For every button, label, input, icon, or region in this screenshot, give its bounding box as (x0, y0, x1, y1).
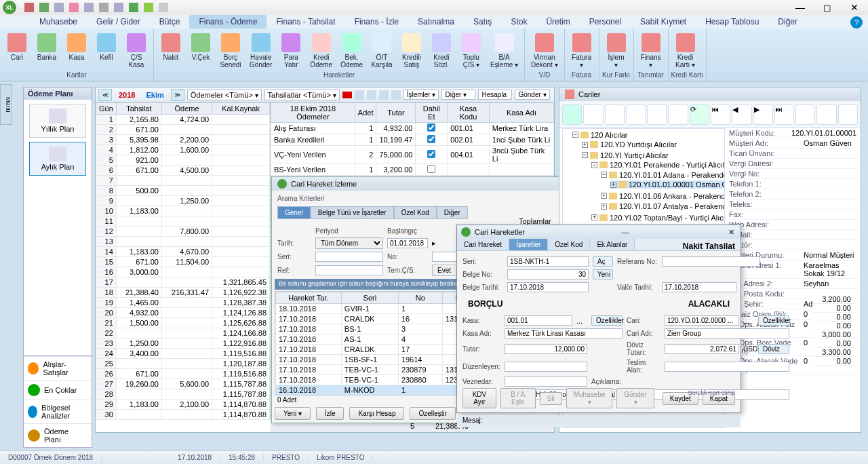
menu-blgeselanalizler[interactable]: Bölgesel Analizler (24, 400, 92, 423)
help-icon[interactable]: ? (850, 16, 863, 28)
tab-dier[interactable]: Diğer (768, 15, 807, 28)
expand-icon[interactable]: − (601, 172, 607, 178)
include-check[interactable] (427, 123, 435, 132)
tab-personel[interactable]: Personel (580, 15, 631, 28)
nav-first-icon[interactable]: ⏮ (711, 104, 730, 125)
close-icon[interactable]: ✕ (726, 228, 736, 237)
toolbar-button[interactable] (838, 104, 858, 125)
refresh-icon[interactable]: ⟳ (690, 104, 709, 125)
tree-node[interactable]: − 120.YI Yurtiçi Alıcılar (582, 151, 669, 159)
ribbon-virmandekont[interactable]: VirmanDekont ▾ (528, 30, 561, 71)
qat-icon[interactable] (159, 3, 168, 12)
tree-node[interactable]: + 120.YI.01.07 Antalya - Perakende Alıcı… (601, 202, 725, 210)
belgetarihi-input[interactable] (507, 282, 589, 292)
tab-finanstahsilat[interactable]: Finans - Tahsilat (267, 15, 344, 28)
tab-gelirgider[interactable]: Gelir / Gider (87, 15, 150, 28)
minimize-icon[interactable]: — (620, 228, 631, 236)
expand-icon[interactable]: − (582, 152, 588, 158)
maximize-button[interactable]: ◻ (814, 0, 841, 15)
ribbon-nakit[interactable]: Nakit (157, 30, 185, 71)
qat-icon[interactable] (39, 3, 49, 12)
qat-icon[interactable] (69, 3, 79, 12)
toolbar-icon[interactable] (355, 90, 364, 100)
yillik-plan-button[interactable]: Yıllık Plan (29, 104, 86, 138)
ribbon-borsenedi[interactable]: BorçSenedi (216, 30, 245, 71)
chi-tab[interactable]: Genel (277, 206, 311, 219)
chi-tab[interactable]: Özel Kod (394, 206, 437, 219)
ch-tab[interactable]: Cari Hareket (457, 239, 509, 250)
side-tab[interactable]: Menü (0, 84, 12, 125)
doviz-button[interactable]: Döviz (758, 344, 789, 354)
ribbon-ilem[interactable]: İşlem▾ (602, 30, 631, 71)
tab-bte[interactable]: Bütçe (150, 15, 190, 28)
islemler-combo[interactable]: İşlemler ▾ (403, 90, 439, 100)
menu-allarsatlar[interactable]: Alışlar-Satışlar (24, 356, 92, 380)
aylik-plan-button[interactable]: Aylık Plan (29, 142, 86, 176)
prev-year-button[interactable]: ≪ (98, 89, 112, 101)
ribbon-kredideme[interactable]: KrediÖdeme (307, 30, 336, 71)
chi-tab[interactable]: Belge Türü ve İşaretler (311, 206, 394, 219)
toolbar-button[interactable] (605, 104, 625, 125)
period-select[interactable]: Tüm Dönem (315, 237, 383, 249)
toolbar-button[interactable] (647, 104, 667, 125)
tab-retim[interactable]: Üretim (536, 15, 579, 28)
year-selector[interactable]: 2018 (115, 91, 139, 99)
referans-input[interactable] (662, 256, 760, 267)
qat-icon[interactable] (24, 3, 34, 12)
seri-input[interactable] (315, 252, 383, 262)
toolbar-icon[interactable] (367, 90, 376, 100)
toolbar-button[interactable] (795, 104, 815, 125)
karsi-hesap-button[interactable]: Karşı Hesap (349, 407, 404, 420)
yeni-button[interactable]: Yeni (593, 269, 613, 279)
tab-finansizle[interactable]: Finans - İzle (345, 15, 408, 28)
toolbar-button[interactable] (562, 104, 582, 125)
tree-node[interactable]: + 120.YI.01.01.00001 Osman Güven (610, 180, 725, 189)
ozellikler-button[interactable]: Özellikler (591, 315, 623, 326)
plan-days-table[interactable]: GünTahsilatÖdemeKal.Kaynak12,165.804,724… (96, 102, 271, 420)
qat-icon[interactable] (99, 3, 108, 12)
tree-node[interactable]: − 120 Alıcılar (572, 131, 627, 139)
ribbon-vek[interactable]: V.Çek (186, 30, 215, 71)
lookup-button[interactable]: ... (576, 317, 587, 325)
minimize-button[interactable]: — (787, 0, 814, 15)
yeni-button[interactable]: Yeni ▾ (275, 407, 311, 420)
ribbon-cari[interactable]: Cari (3, 30, 31, 71)
tab-hesaptablosu[interactable]: Hesap Tablosu (696, 15, 768, 28)
ribbon-fatura[interactable]: Fatura▾ (568, 30, 596, 71)
tutar-input[interactable] (505, 344, 587, 354)
ac-button[interactable]: Aç (593, 256, 613, 267)
chi-tab[interactable]: Diğer (437, 206, 468, 219)
tahsilatlar-combo[interactable]: Tahsilatlar <Tümü> ▾ (264, 90, 340, 100)
menu-demeplan[interactable]: Ödeme Planı (24, 423, 92, 447)
expand-icon[interactable]: + (610, 182, 616, 188)
gonder-combo[interactable]: Gönder ▾ (515, 90, 549, 100)
duzenleyen-input[interactable] (505, 362, 587, 372)
include-check[interactable] (427, 165, 435, 173)
valor-input[interactable] (662, 282, 736, 292)
toolbar-icon[interactable] (391, 90, 401, 100)
nav-next-icon[interactable]: ▶ (753, 104, 773, 125)
ribbon-kefil[interactable]: Kefil (92, 30, 121, 71)
qat-icon[interactable] (54, 3, 64, 12)
nav-last-icon[interactable]: ⏭ (774, 104, 794, 125)
ribbon-kredikart[interactable]: KrediKartı ▾ (671, 30, 700, 71)
tab-stok[interactable]: Stok (501, 15, 536, 28)
ch-tab[interactable]: Özel Kod (548, 239, 590, 250)
ribbon-krediszl[interactable]: KrediSözl. (427, 30, 456, 71)
ch-tab[interactable]: İşaretler (509, 239, 548, 250)
ribbon-toplus[interactable]: TopluÇ/S ▾ (457, 30, 486, 71)
qat-icon[interactable] (129, 3, 138, 12)
tab-muhasebe[interactable]: Muhasebe (30, 15, 87, 28)
ozellikler-button[interactable]: Özellikler (758, 315, 789, 326)
hesapla-button[interactable]: Hesapla (478, 90, 512, 100)
tree-node[interactable]: + 120.YD Yurtdışı Alıcılar (582, 140, 677, 149)
kasa-input[interactable] (505, 315, 572, 326)
tab-sat[interactable]: Satış (464, 15, 501, 28)
ref-input[interactable] (315, 265, 383, 275)
seri-input[interactable] (507, 256, 589, 267)
izle-button[interactable]: İzle (316, 407, 344, 420)
toolbar-icon[interactable] (379, 90, 389, 100)
expand-icon[interactable]: + (601, 204, 607, 210)
tree-node[interactable]: + 120.YI.01.06 Ankara - Perakende Alıcıl… (601, 192, 725, 200)
start-date-input[interactable] (387, 238, 428, 248)
